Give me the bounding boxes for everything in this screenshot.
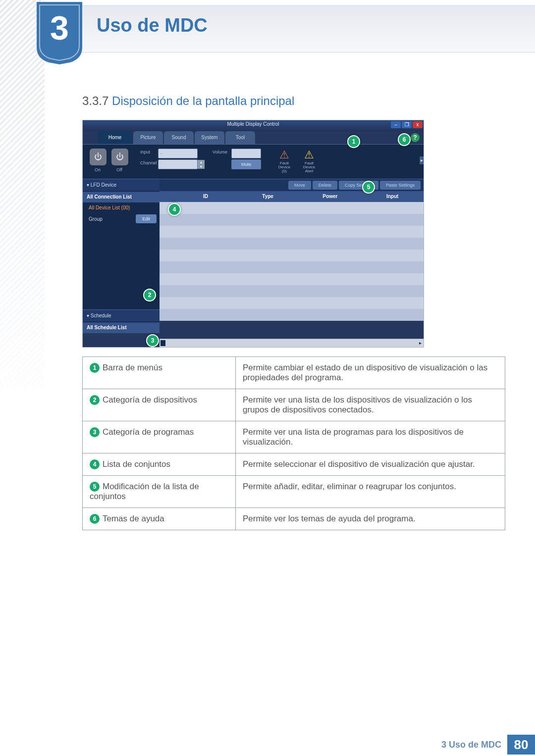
paste-settings-button[interactable]: Paste Settings xyxy=(380,181,421,190)
section-heading: 3.3.7 Disposición de la pantalla princip… xyxy=(82,94,505,108)
ribbon-scroll-right[interactable]: ▸ xyxy=(420,156,424,164)
channel-stepper[interactable]: ▴▾ xyxy=(158,159,198,169)
window-titlebar: Multiple Display Control – ❐ x xyxy=(83,120,424,131)
volume-label: Volume xyxy=(213,150,227,154)
legend-desc: Permite añadir, editar, eliminar o reagr… xyxy=(236,476,505,508)
legend-num: 4 xyxy=(90,459,100,469)
move-button[interactable]: Move xyxy=(288,181,311,190)
sidebar-schedule-header[interactable]: ▾ Schedule xyxy=(83,309,160,322)
legend-row: 4Lista de conjuntos Permite seleccionar … xyxy=(83,454,505,476)
power-off-button[interactable]: ⏻ xyxy=(111,149,128,165)
callout-3: 3 xyxy=(146,334,159,347)
window-buttons: – ❐ x xyxy=(391,121,423,128)
legend-num: 2 xyxy=(90,395,100,405)
table-row[interactable] xyxy=(160,250,424,261)
table-header: ID Type Power Input xyxy=(160,191,424,202)
mute-button[interactable]: Mute xyxy=(231,159,261,169)
legend-num: 3 xyxy=(90,427,100,437)
section-title: Disposición de la pantalla principal xyxy=(112,94,294,107)
tab-sound[interactable]: Sound xyxy=(164,131,194,144)
legend-desc: Permite cambiar el estado de un disposit… xyxy=(236,357,505,389)
legend-row: 1Barra de menús Permite cambiar el estad… xyxy=(83,357,505,389)
table-row[interactable] xyxy=(160,297,424,309)
page-footer: 3 Uso de MDC 80 xyxy=(441,735,535,755)
callout-1: 1 xyxy=(347,135,360,148)
table-row[interactable] xyxy=(160,238,424,250)
legend-desc: Permite ver los temas de ayuda del progr… xyxy=(236,508,505,530)
legend-num: 1 xyxy=(90,363,100,373)
callout-2: 2 xyxy=(143,289,156,302)
sidebar-all-connection[interactable]: All Connection List xyxy=(83,192,160,202)
fault-alert-icon[interactable]: ⚠ Fault Device Alert xyxy=(301,149,318,163)
footer-text: 3 Uso de MDC xyxy=(441,740,501,750)
legend-label: Categoría de dispositivos xyxy=(103,395,197,404)
legend-num: 6 xyxy=(90,514,100,524)
page: 3 Uso de MDC 3.3.7 Disposición de la pan… xyxy=(0,0,535,756)
legend-label: Modificación de la lista de conjuntos xyxy=(90,482,199,501)
content-area: 3.3.7 Disposición de la pantalla princip… xyxy=(82,94,505,530)
sidebar-lfd-header[interactable]: ▾ LFD Device xyxy=(83,179,160,192)
sidebar-group-row: Group Edit xyxy=(83,213,160,225)
legend-desc: Permite ver una lista de programas para … xyxy=(236,421,505,454)
app-screenshot: Multiple Display Control – ❐ x Home Pict… xyxy=(82,120,424,348)
section-number: 3.3.7 xyxy=(82,94,108,107)
sidebar-edit-button[interactable]: Edit xyxy=(136,214,157,223)
main-panel: Move Delete Copy Settings Paste Settings… xyxy=(160,179,424,347)
table-row[interactable] xyxy=(160,226,424,238)
tab-system[interactable]: System xyxy=(195,131,224,144)
th-power: Power xyxy=(299,191,362,202)
callout-6: 6 xyxy=(398,133,411,146)
sidebar-lfd-label: LFD Device xyxy=(91,182,116,188)
sidebar-all-device-list[interactable]: All Device List (00) xyxy=(83,202,160,213)
table-row[interactable] xyxy=(160,273,424,285)
table-row[interactable] xyxy=(160,285,424,297)
legend-desc: Permite seleccionar el dispositivo de vi… xyxy=(236,454,505,476)
chapter-badge: 3 xyxy=(35,0,84,64)
legend-label: Lista de conjuntos xyxy=(103,459,170,469)
close-button[interactable]: x xyxy=(413,121,423,128)
table-body xyxy=(160,202,424,339)
channel-label: Channel xyxy=(140,160,157,165)
sidebar-all-schedule[interactable]: All Schedule List xyxy=(83,322,160,333)
legend-row: 3Categoría de programas Permite ver una … xyxy=(83,421,505,454)
power-off-label: Off xyxy=(116,167,122,172)
table-row[interactable] xyxy=(160,214,424,226)
scroll-right-arrow[interactable]: ▸ xyxy=(417,339,424,347)
legend-label: Barra de menús xyxy=(103,363,162,372)
th-type: Type xyxy=(237,191,299,202)
table-row[interactable] xyxy=(160,202,424,214)
legend-row: 6Temas de ayuda Permite ver los temas de… xyxy=(83,508,505,530)
scroll-thumb[interactable] xyxy=(160,340,165,346)
legend-label: Temas de ayuda xyxy=(103,514,164,523)
chapter-number-glyph: 3 xyxy=(50,9,69,47)
tab-picture[interactable]: Picture xyxy=(133,131,163,144)
minimize-button[interactable]: – xyxy=(391,121,401,128)
table-row[interactable] xyxy=(160,309,424,321)
legend-num: 5 xyxy=(90,482,100,492)
input-dropdown[interactable]: - xyxy=(158,149,198,158)
delete-button[interactable]: Delete xyxy=(313,181,337,190)
callout-5: 5 xyxy=(362,181,375,194)
legend-label: Categoría de programas xyxy=(103,427,194,437)
legend-row: 5Modificación de la lista de conjuntos P… xyxy=(83,476,505,508)
page-number: 80 xyxy=(507,735,535,755)
volume-field[interactable] xyxy=(231,149,261,158)
left-margin-decoration xyxy=(0,0,45,756)
input-label: Input xyxy=(140,150,150,154)
tab-home[interactable]: Home xyxy=(98,131,132,144)
power-on-button[interactable]: ⏻ xyxy=(90,149,107,165)
window-title: Multiple Display Control xyxy=(227,121,279,127)
horizontal-scrollbar[interactable]: ▸ xyxy=(160,339,424,347)
callout-4: 4 xyxy=(168,203,181,216)
tools-row: Move Delete Copy Settings Paste Settings xyxy=(160,179,424,191)
maximize-button[interactable]: ❐ xyxy=(402,121,412,128)
tab-tool[interactable]: Tool xyxy=(225,131,255,144)
help-icon[interactable]: ? xyxy=(411,133,420,142)
th-check xyxy=(160,191,174,202)
table-row[interactable] xyxy=(160,261,424,273)
fault-device-icon[interactable]: ⚠ Fault Device (0) xyxy=(276,149,293,163)
chapter-title: Uso de MDC xyxy=(97,15,208,36)
legend-desc: Permite ver una lista de los dispositivo… xyxy=(236,389,505,421)
legend-table: 1Barra de menús Permite cambiar el estad… xyxy=(82,356,505,530)
ribbon: ⏻ On ⏻ Off Input - Channel ▴▾ Volume Mut… xyxy=(83,144,424,180)
